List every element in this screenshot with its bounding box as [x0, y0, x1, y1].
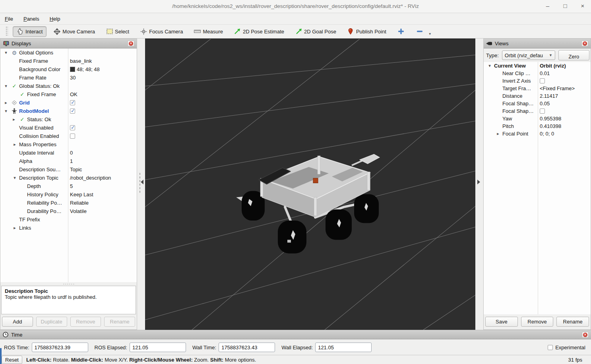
menu-item-help[interactable]: Help	[50, 16, 60, 22]
tree-row-focal-shap-[interactable]: Focal Shap…	[484, 107, 591, 115]
property-value[interactable]: Volatile	[70, 208, 87, 214]
wall-time-input[interactable]	[219, 343, 275, 352]
property-value[interactable]: base_link	[70, 58, 92, 64]
displays-close-button[interactable]: ✕	[128, 41, 134, 46]
tool-measure[interactable]: Measure	[190, 26, 227, 37]
expand-icon[interactable]: ▸	[12, 225, 17, 230]
tree-row-durability-po-[interactable]: Durability Po…Volatile	[0, 207, 137, 215]
views-close-button[interactable]: ✕	[581, 41, 588, 46]
tree-row-near-clip-[interactable]: Near Clip …0.01	[484, 70, 591, 77]
remove-view-button[interactable]: Remove	[521, 317, 554, 327]
displays-tree[interactable]: ▾⚙Global OptionsFixed Framebase_linkBack…	[0, 48, 137, 282]
expand-icon[interactable]: ▸	[12, 142, 17, 147]
property-value[interactable]: 1	[70, 158, 73, 164]
property-value[interactable]: Orbit (rviz)	[540, 63, 566, 69]
collapse-icon[interactable]: ▾	[12, 175, 17, 180]
time-close-button[interactable]: ✕	[582, 332, 589, 338]
expand-icon[interactable]: ▸	[12, 117, 16, 122]
menu-item-file[interactable]: File	[5, 16, 13, 22]
property-value[interactable]: 48; 48; 48	[77, 66, 100, 72]
property-value[interactable]: <Fixed Frame>	[540, 85, 575, 91]
toolbar-overflow-icon[interactable]: ▼	[428, 32, 432, 36]
ros-time-input[interactable]	[32, 343, 88, 352]
tree-row-depth[interactable]: Depth5	[0, 182, 137, 190]
tool-move-camera[interactable]: Move Camera	[50, 26, 99, 37]
tree-row-mass-properties[interactable]: ▸Mass Properties	[0, 140, 137, 149]
property-value[interactable]: 0.955398	[540, 116, 561, 122]
toolbar-drag-handle[interactable]	[6, 26, 8, 37]
reset-button[interactable]: Reset	[2, 356, 22, 364]
views-tree[interactable]: ▾Current ViewOrbit (rviz)Near Clip …0.01…	[484, 62, 591, 314]
menu-item-panels[interactable]: Panels	[23, 16, 39, 22]
tree-row-frame-rate[interactable]: Frame Rate30	[0, 74, 137, 82]
tree-row-pitch[interactable]: Pitch0.410398	[484, 122, 591, 130]
property-value[interactable]: 2.11417	[540, 93, 558, 99]
add-tool-button[interactable]	[393, 26, 409, 37]
tree-row-global-options[interactable]: ▾⚙Global Options	[0, 48, 137, 57]
tree-row-fixed-frame[interactable]: Fixed Framebase_link	[0, 57, 137, 65]
tree-row-yaw[interactable]: Yaw0.955398	[484, 115, 591, 122]
minimize-button[interactable]: –	[543, 2, 552, 9]
tree-row-target-fra-[interactable]: Target Fra…<Fixed Frame>	[484, 85, 591, 92]
tree-row-fixed-frame[interactable]: ✓Fixed FrameOK	[0, 90, 137, 99]
color-swatch[interactable]	[70, 67, 75, 72]
add-display-button[interactable]: Add	[2, 317, 33, 327]
property-value[interactable]: 0.01	[540, 70, 550, 76]
tool-2d-goal-pose[interactable]: 2D Goal Pose	[291, 26, 340, 37]
render-viewport[interactable]	[145, 39, 475, 330]
collapse-right-icon[interactable]	[477, 180, 480, 184]
tree-row-focal-shap-[interactable]: Focal Shap…0.05	[484, 100, 591, 107]
tree-row-history-policy[interactable]: History PolicyKeep Last	[0, 190, 137, 199]
tree-row-grid[interactable]: ▸Grid	[0, 99, 137, 107]
tree-row-current-view[interactable]: ▾Current ViewOrbit (rviz)	[484, 62, 591, 70]
view-type-dropdown[interactable]: Orbit (rviz_defau ▼	[502, 50, 555, 60]
left-splitter[interactable]	[137, 39, 145, 330]
tree-row-reliability-po-[interactable]: Reliability Po…Reliable	[0, 199, 137, 207]
tree-row-description-topic[interactable]: ▾Description Topic/robot_description	[0, 174, 137, 182]
property-value[interactable]: Reliable	[70, 200, 89, 206]
right-splitter[interactable]	[475, 39, 483, 330]
property-checkbox[interactable]	[70, 134, 75, 139]
property-value[interactable]: /robot_description	[70, 175, 111, 181]
tree-row-links[interactable]: ▸Links	[0, 224, 137, 232]
property-value[interactable]: 5	[70, 183, 73, 189]
collapse-icon[interactable]: ▾	[4, 108, 8, 114]
tool-publish-point[interactable]: Publish Point	[343, 26, 390, 37]
property-value[interactable]: Keep Last	[70, 192, 93, 197]
property-checkbox[interactable]	[540, 78, 545, 83]
tree-row-focal-point[interactable]: ▸Focal Point0; 0; 0	[484, 130, 591, 137]
wall-elapsed-input[interactable]	[315, 343, 372, 352]
tool-interact[interactable]: Interact	[13, 26, 47, 37]
property-checkbox[interactable]	[70, 108, 75, 114]
tree-row-collision-enabled[interactable]: Collision Enabled	[0, 132, 137, 140]
tree-row-tf-prefix[interactable]: TF Prefix	[0, 215, 137, 224]
tree-row-global-status-ok[interactable]: ▾✓Global Status: Ok	[0, 82, 137, 90]
rename-view-button[interactable]: Rename	[556, 317, 589, 327]
expand-icon[interactable]: ▸	[4, 100, 8, 105]
maximize-button[interactable]: □	[561, 2, 570, 9]
property-value[interactable]: 0; 0; 0	[540, 131, 554, 137]
property-value[interactable]: 0.05	[540, 101, 550, 106]
zero-button[interactable]: Zero	[558, 50, 589, 60]
expand-icon[interactable]: ▸	[496, 131, 500, 136]
ros-elapsed-input[interactable]	[130, 343, 186, 352]
tool-select[interactable]: Select	[102, 26, 133, 37]
tree-row-alpha[interactable]: Alpha1	[0, 157, 137, 165]
tree-row-robotmodel[interactable]: ▾RobotModel	[0, 107, 137, 115]
property-value[interactable]: 30	[70, 75, 76, 81]
save-view-button[interactable]: Save	[485, 317, 518, 327]
property-value[interactable]: Topic	[70, 167, 82, 172]
property-checkbox[interactable]	[70, 100, 75, 105]
tree-row-visual-enabled[interactable]: Visual Enabled	[0, 124, 137, 132]
property-value[interactable]: 0	[70, 150, 73, 156]
property-checkbox[interactable]	[70, 125, 75, 130]
collapse-icon[interactable]: ▾	[487, 63, 492, 68]
tree-row-status-ok[interactable]: ▸✓Status: Ok	[0, 115, 137, 124]
property-value[interactable]: 0.410398	[540, 123, 561, 129]
property-checkbox[interactable]	[540, 108, 545, 114]
property-value[interactable]: OK	[70, 91, 78, 97]
displays-splitter[interactable]	[0, 282, 137, 286]
tool-2d-pose-estimate[interactable]: 2D Pose Estimate	[230, 26, 288, 37]
collapse-icon[interactable]: ▾	[4, 50, 8, 55]
experimental-checkbox[interactable]	[548, 345, 553, 350]
